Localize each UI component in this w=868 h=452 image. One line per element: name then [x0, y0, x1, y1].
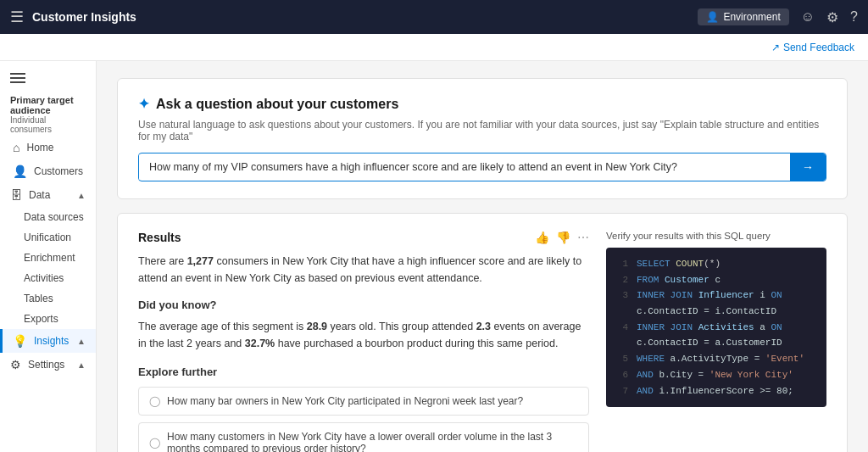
did-you-know-title: Did you know? [138, 299, 589, 311]
settings-chevron-icon: ▲ [77, 360, 86, 370]
sql-verify-title: Verify your results with this SQL query [606, 231, 826, 241]
explore-q-icon-1: ◯ [149, 437, 160, 449]
sidebar-item-settings[interactable]: ⚙ Settings ▲ [0, 353, 96, 377]
thumbs-up-icon[interactable]: 👍 [535, 231, 549, 244]
explore-title: Explore further [138, 366, 589, 378]
content-area: ✦ Ask a question about your customers Us… [97, 61, 868, 452]
results-card: Results 👍 👎 ⋯ There are 1,277 consumers … [117, 213, 848, 452]
hamburger-icon[interactable]: ☰ [10, 8, 24, 26]
data-chevron-icon: ▲ [77, 191, 86, 200]
results-left: Results 👍 👎 ⋯ There are 1,277 consumers … [138, 231, 589, 452]
question-input-wrap: → [138, 153, 826, 181]
sql-panel: 1 SELECT COUNT(*) 2 FROM Customer c 3 IN… [606, 248, 826, 407]
sidebar-item-exports[interactable]: Exports [0, 309, 96, 329]
sidebar-item-data-sources[interactable]: Data sources [0, 207, 96, 227]
sparkle-icon: ✦ [138, 96, 149, 112]
settings-icon[interactable]: ⚙ [826, 9, 838, 25]
sidebar-item-customers[interactable]: 👤 Customers [0, 159, 96, 183]
sql-line-5: 5 WHERE a.ActivityType = 'Event' [616, 351, 816, 367]
results-title: Results [138, 231, 181, 244]
results-layout: Results 👍 👎 ⋯ There are 1,277 consumers … [138, 231, 826, 452]
sidebar-item-home[interactable]: ⌂ Home [0, 136, 96, 159]
primary-target-label: Primary target audience [10, 95, 86, 115]
results-header: Results 👍 👎 ⋯ [138, 231, 589, 253]
insights-icon: 💡 [13, 334, 27, 348]
top-nav: ☰ Customer Insights 👤 Environment ☺ ⚙ ? [0, 0, 868, 34]
sql-line-7: 7 AND i.InfluencerScore >= 80; [616, 383, 816, 399]
app-title: Customer Insights [32, 10, 136, 24]
sql-line-2: 2 FROM Customer c [616, 272, 816, 288]
thumbs-down-icon[interactable]: 👎 [556, 231, 570, 244]
question-card-description: Use natural language to ask questions ab… [138, 119, 826, 142]
feedback-icons: 👍 👎 ⋯ [535, 231, 589, 244]
sidebar-item-enrichment[interactable]: Enrichment [0, 248, 96, 268]
customers-icon: 👤 [13, 165, 27, 178]
question-card-title: ✦ Ask a question about your customers [138, 96, 826, 112]
home-icon: ⌂ [13, 141, 19, 154]
sql-line-1: 1 SELECT COUNT(*) [616, 256, 816, 272]
question-submit-button[interactable]: → [790, 153, 826, 181]
individual-consumers-label: Individual consumers [10, 115, 86, 134]
nav-left: ☰ Customer Insights [10, 8, 136, 26]
nav-right: 👤 Environment ☺ ⚙ ? [698, 8, 858, 25]
sql-line-3: 3 INNER JOIN Influencer i ON c.ContactID… [616, 287, 816, 319]
sidebar: Primary target audience Individual consu… [0, 61, 97, 452]
hamburger-menu[interactable] [0, 68, 96, 88]
feedback-arrow-icon: ↗ [771, 42, 780, 53]
results-main-text: There are 1,277 consumers in New York Ci… [138, 253, 589, 287]
main-layout: Primary target audience Individual consu… [0, 61, 868, 452]
environment-button[interactable]: 👤 Environment [698, 8, 788, 25]
secondary-bar: ↗ Send Feedback [0, 34, 868, 61]
sidebar-item-activities[interactable]: Activities [0, 268, 96, 288]
arrow-right-icon: → [802, 160, 814, 174]
explore-q-icon-0: ◯ [149, 395, 160, 407]
question-card: ✦ Ask a question about your customers Us… [117, 78, 848, 199]
sidebar-item-data[interactable]: 🗄 Data ▲ [0, 183, 96, 207]
data-icon: 🗄 [10, 188, 22, 202]
question-input[interactable] [139, 154, 790, 180]
sidebar-item-tables[interactable]: Tables [0, 288, 96, 309]
person-icon: 👤 [706, 11, 719, 23]
sql-line-4: 4 INNER JOIN Activities a ON c.ContactID… [616, 320, 816, 351]
sql-line-6: 6 AND b.City = 'New York City' [616, 367, 816, 383]
more-options-icon[interactable]: ⋯ [577, 231, 589, 244]
explore-item-1[interactable]: ◯ How many customers in New York City ha… [138, 422, 589, 452]
help-icon[interactable]: ? [850, 9, 858, 25]
did-you-know-text: The average age of this segment is 28.9 … [138, 318, 589, 352]
smiley-icon[interactable]: ☺ [801, 9, 815, 25]
explore-item-0[interactable]: ◯ How many bar owners in New York City p… [138, 387, 589, 416]
insights-chevron-icon: ▲ [77, 337, 86, 346]
sidebar-item-insights[interactable]: 💡 Insights ▲ [0, 329, 96, 353]
results-right: Verify your results with this SQL query … [606, 231, 826, 452]
settings-nav-icon: ⚙ [10, 358, 21, 371]
send-feedback-button[interactable]: ↗ Send Feedback [771, 42, 854, 53]
sidebar-item-unification[interactable]: Unification [0, 227, 96, 248]
